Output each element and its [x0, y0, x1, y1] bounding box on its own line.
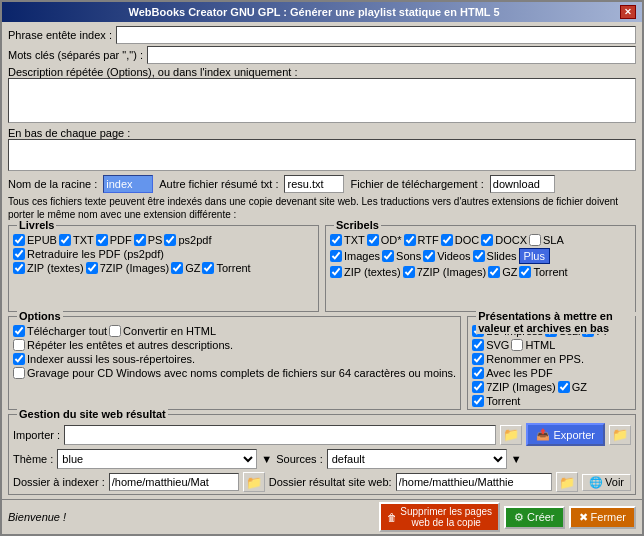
epub-checkbox[interactable] [13, 234, 25, 246]
autre-fichier-label: Autre fichier résumé txt : [159, 178, 278, 190]
convertir-checkbox[interactable] [109, 325, 121, 337]
scribels-zip: ZIP (textes) [330, 266, 401, 278]
livrels-pdf: PDF [96, 234, 132, 246]
pres-gz-checkbox[interactable] [558, 381, 570, 393]
scribels-rtf-checkbox[interactable] [404, 234, 416, 246]
window-title: WebBooks Creator GNU GPL : Générer une p… [8, 6, 620, 18]
presentations-group: Présentations à mettre en valeur et arch… [467, 316, 636, 410]
scribels-slides: Slides [473, 250, 517, 262]
racine-input[interactable] [103, 175, 153, 193]
exporter-folder-button[interactable]: 📁 [609, 425, 631, 445]
scribels-docx-checkbox[interactable] [481, 234, 493, 246]
scribels-sons-checkbox[interactable] [382, 250, 394, 262]
fermer-button[interactable]: ✖ Fermer [569, 506, 636, 529]
theme-select[interactable]: blue [57, 449, 257, 469]
info-text: Tous ces fichiers texte peuvent être ind… [8, 195, 636, 221]
indexer-label: Indexer aussi les sous-répertoires. [27, 353, 195, 365]
mots-cles-input[interactable] [147, 46, 636, 64]
livrels-torrent: Torrent [202, 262, 250, 274]
pres-torrent-checkbox[interactable] [472, 395, 484, 407]
gestion-theme-row: Thème : blue ▼ Sources : default ▼ [13, 449, 631, 469]
pres-gz: GZ [558, 381, 587, 393]
bas-page-textarea[interactable] [8, 139, 636, 171]
pres-renommer-checkbox[interactable] [472, 353, 484, 365]
pres-avec-pdf: Avec les PDF [472, 367, 552, 379]
presentations-row3: 7ZIP (Images) GZ Torrent [472, 381, 631, 407]
scribels-videos-checkbox[interactable] [423, 250, 435, 262]
scribels-torrent-checkbox[interactable] [519, 266, 531, 278]
fichier-tel-input[interactable] [490, 175, 555, 193]
livrels-torrent-checkbox[interactable] [202, 262, 214, 274]
plus-button[interactable]: Plus [519, 248, 550, 264]
pres-7zip-checkbox[interactable] [472, 381, 484, 393]
mots-cles-label: Mots clés (séparés par ",") : [8, 49, 143, 61]
voir-button[interactable]: 🌐 Voir [582, 474, 631, 491]
livrels-ps-checkbox[interactable] [134, 234, 146, 246]
scribels-sla-checkbox[interactable] [529, 234, 541, 246]
gravage-checkbox[interactable] [13, 367, 25, 379]
scribels-doc-checkbox[interactable] [441, 234, 453, 246]
scribels-rtf: RTF [404, 234, 439, 246]
livrels-pdf-checkbox[interactable] [96, 234, 108, 246]
presentations-title: Présentations à mettre en valeur et arch… [476, 310, 635, 334]
scribels-slides-checkbox[interactable] [473, 250, 485, 262]
repeter-checkbox[interactable] [13, 339, 25, 351]
pres-html-checkbox[interactable] [511, 339, 523, 351]
scribels-images-checkbox[interactable] [330, 250, 342, 262]
scribels-title: Scribels [334, 219, 381, 231]
pres-avec-pdf-checkbox[interactable] [472, 367, 484, 379]
status-bar: Bienvenue ! 🗑 Supprimer les pages web de… [2, 499, 642, 534]
indexer-checkbox[interactable] [13, 353, 25, 365]
resultat-folder-button[interactable]: 📁 [556, 472, 578, 492]
scribels-zip-checkbox[interactable] [330, 266, 342, 278]
livrels-txt-checkbox[interactable] [59, 234, 71, 246]
livrels-ps2pdf-checkbox[interactable] [164, 234, 176, 246]
description-textarea[interactable] [8, 78, 636, 123]
phrase-input[interactable] [116, 26, 636, 44]
importer-label: Importer : [13, 429, 60, 441]
livrels-zip-checkbox[interactable] [13, 262, 25, 274]
options-group: Options Télécharger tout Convertir en HT… [8, 316, 461, 410]
scribels-od-checkbox[interactable] [367, 234, 379, 246]
livrels-gz-checkbox[interactable] [171, 262, 183, 274]
scribels-7zip: 7ZIP (Images) [403, 266, 487, 278]
livrels-ps-label: PS [148, 234, 163, 246]
dossier-resultat-label: Dossier résultat site web: [269, 476, 392, 488]
close-button[interactable]: ✕ [620, 5, 636, 19]
scribels-torrent: Torrent [519, 266, 567, 278]
options-title: Options [17, 310, 63, 322]
importer-input[interactable] [64, 425, 496, 445]
dossier-label: Dossier à indexer : [13, 476, 105, 488]
retraduire-checkbox[interactable] [13, 248, 25, 260]
exporter-button[interactable]: 📤 Exporter [526, 423, 605, 446]
scribels-gz-checkbox[interactable] [488, 266, 500, 278]
scribels-7zip-checkbox[interactable] [403, 266, 415, 278]
telecharger-checkbox[interactable] [13, 325, 25, 337]
livrels-7zip: 7ZIP (Images) [86, 262, 170, 274]
pres-gz-label: GZ [572, 381, 587, 393]
livrels-7zip-checkbox[interactable] [86, 262, 98, 274]
pres-torrent-label: Torrent [486, 395, 520, 407]
dossier-folder-button[interactable]: 📁 [243, 472, 265, 492]
epub-label: EPUB [27, 234, 57, 246]
livrels-gz-label: GZ [185, 262, 200, 274]
retraduire-label: Retraduire les PDF (ps2pdf) [27, 248, 164, 260]
pres-svg-checkbox[interactable] [472, 339, 484, 351]
fermer-label: Fermer [591, 511, 626, 523]
dossier-input[interactable] [109, 473, 239, 491]
scribels-group: Scribels TXT OD* RTF [325, 225, 636, 312]
livrels-7zip-label: 7ZIP (Images) [100, 262, 170, 274]
importer-folder-button[interactable]: 📁 [500, 425, 522, 445]
autre-fichier-input[interactable] [284, 175, 344, 193]
scribels-images-label: Images [344, 250, 380, 262]
folder4-icon: 📁 [559, 475, 575, 490]
pres-7zip: 7ZIP (Images) [472, 381, 556, 393]
dossier-resultat-input[interactable] [396, 473, 552, 491]
scribels-row3: ZIP (textes) 7ZIP (Images) GZ Torrent [330, 266, 631, 278]
options-repeter: Répéter les entêtes et autres descriptio… [13, 339, 233, 351]
supprimer-button[interactable]: 🗑 Supprimer les pages web de la copie [379, 502, 500, 532]
sources-label: Sources : [276, 453, 322, 465]
sources-select[interactable]: default [327, 449, 507, 469]
creer-button[interactable]: ⚙ Créer [504, 506, 565, 529]
scribels-txt-checkbox[interactable] [330, 234, 342, 246]
